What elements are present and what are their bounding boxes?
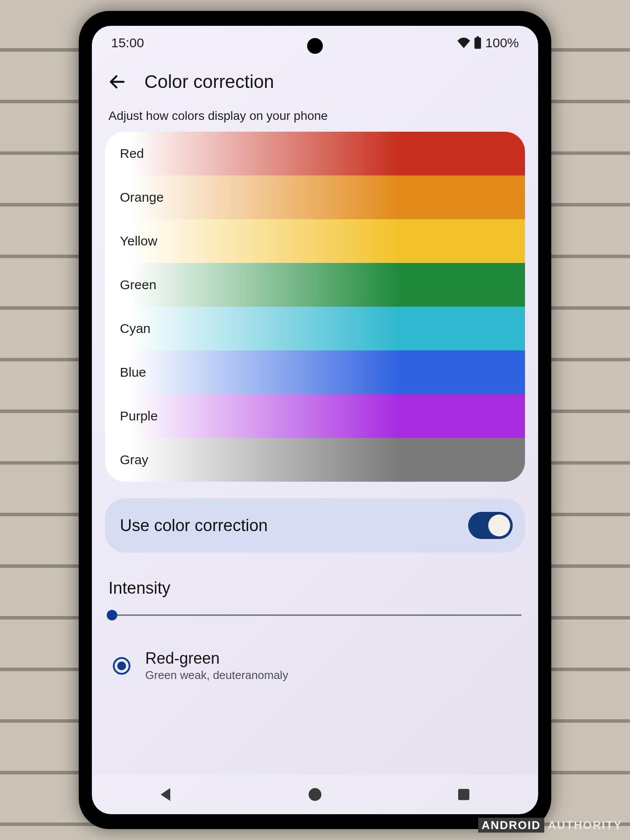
page-content: Adjust how colors display on your phone … (92, 104, 538, 775)
intensity-label: Intensity (108, 579, 525, 598)
status-time: 15:00 (111, 35, 144, 50)
swatch-label: Purple (120, 409, 158, 424)
battery-icon (474, 36, 482, 49)
swatch-label: Yellow (120, 234, 158, 248)
page-header: Color correction (92, 60, 538, 104)
swatch-label: Orange (120, 190, 164, 205)
swatch-row: Gray (105, 438, 525, 482)
swatch-row: Cyan (105, 307, 525, 350)
svg-point-2 (308, 788, 321, 801)
swatch-label: Red (120, 146, 144, 161)
swatch-row: Blue (105, 350, 525, 394)
swatch-row: Yellow (105, 219, 525, 263)
phone-screen: 15:00 100% Color correction (92, 26, 538, 814)
option-primary: Red-green (145, 649, 288, 668)
page-title: Color correction (144, 71, 274, 92)
svg-rect-0 (475, 38, 481, 49)
slider-knob[interactable] (107, 610, 117, 620)
slider-track (108, 615, 522, 616)
watermark-left: ANDROID (478, 818, 544, 833)
swatch-label: Gray (120, 452, 148, 467)
svg-rect-3 (458, 789, 469, 800)
nav-home-button[interactable] (305, 785, 325, 804)
back-button[interactable] (105, 70, 130, 94)
correction-mode-option[interactable]: Red-green Green weak, deuteranomaly (105, 649, 525, 682)
switch-thumb (488, 514, 510, 536)
radio-selected-icon (113, 657, 130, 675)
swatch-label: Blue (120, 365, 146, 380)
nav-back-button[interactable] (157, 785, 176, 804)
swatch-label: Green (120, 277, 156, 292)
camera-hole (307, 38, 323, 54)
photo-backdrop: 15:00 100% Color correction (0, 0, 630, 840)
intensity-slider[interactable] (108, 611, 522, 620)
swatch-label: Cyan (120, 321, 150, 336)
use-color-correction-row[interactable]: Use color correction (105, 498, 525, 553)
watermark: ANDROID AUTHORITY (478, 819, 622, 832)
swatch-row: Red (105, 132, 525, 175)
phone-chassis: 15:00 100% Color correction (79, 11, 551, 829)
option-secondary: Green weak, deuteranomaly (145, 668, 288, 682)
navigation-bar (92, 775, 538, 814)
toggle-label: Use color correction (120, 516, 268, 535)
use-color-correction-switch[interactable] (468, 512, 513, 539)
swatch-row: Green (105, 263, 525, 307)
swatch-row: Purple (105, 394, 525, 438)
color-swatch-card: RedOrangeYellowGreenCyanBluePurpleGray (105, 132, 525, 482)
page-subtitle: Adjust how colors display on your phone (108, 109, 522, 123)
svg-rect-1 (476, 36, 479, 38)
watermark-right: AUTHORITY (548, 819, 622, 832)
battery-percent: 100% (485, 35, 519, 50)
wifi-icon (457, 38, 470, 48)
swatch-row: Orange (105, 175, 525, 219)
nav-recents-button[interactable] (454, 785, 473, 804)
